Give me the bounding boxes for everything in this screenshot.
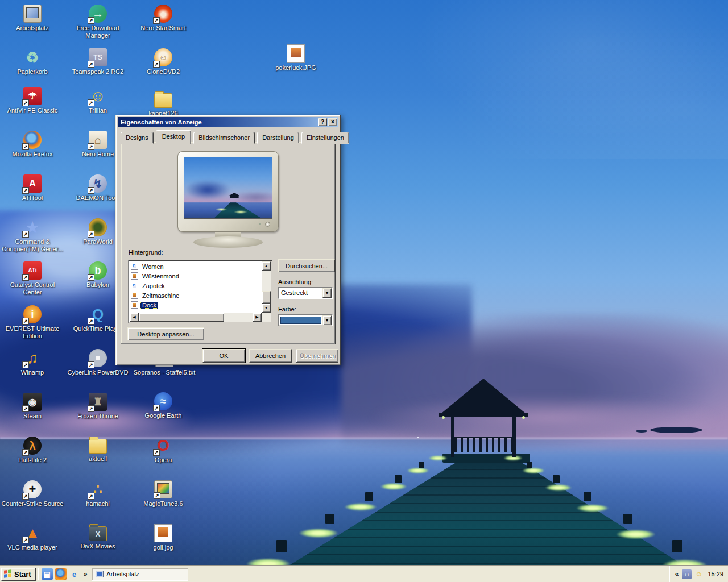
wallpaper-wuestenmond[interactable]: Wüstenmond xyxy=(130,271,262,281)
taskbutton-arbeitsplatz[interactable]: Arbeitsplatz xyxy=(92,568,188,581)
shortcut-arrow-icon xyxy=(22,274,29,281)
desktop-icon-trillian[interactable]: ☺ Trillian xyxy=(67,87,129,114)
firefox-icon[interactable] xyxy=(55,568,67,580)
desktop-tab-panel: Hintergrund: Women Wüstenmond xyxy=(121,142,336,344)
tab-designs[interactable]: Designs xyxy=(121,132,154,144)
position-combobox[interactable]: Gestreckt ▼ xyxy=(278,287,333,299)
wallpaper-listbox[interactable]: Women Wüstenmond Zapotek Zeitmas xyxy=(128,260,272,323)
shortcut-arrow-icon xyxy=(88,318,94,325)
desktop-icon-teamspeak-2-rc2[interactable]: TS Teamspeak 2 RC2 xyxy=(67,48,129,76)
browse-button[interactable]: Durchsuchen... xyxy=(278,259,335,272)
tab-einstellungen[interactable]: Einstellungen xyxy=(301,132,349,144)
desktop-icon-goil-jpg[interactable]: goil.jpg xyxy=(132,524,195,551)
app-icon: ☺ xyxy=(89,87,107,105)
tab-darstellung[interactable]: Darstellung xyxy=(257,132,299,144)
apply-button[interactable]: Übernehmen xyxy=(296,349,338,363)
wallpaper-women[interactable]: Women xyxy=(130,261,262,271)
desktop-icon-clonedvd2[interactable]: ☺ CloneDVD2 xyxy=(132,48,195,76)
internet-explorer-icon[interactable]: e xyxy=(69,568,80,580)
desktop-icon-frozen-throne[interactable]: ♜ Frozen Throne xyxy=(67,393,129,420)
chevron-down-icon[interactable]: ▼ xyxy=(322,288,332,298)
desktop-icon-google-earth[interactable]: ≈ Google Earth xyxy=(132,392,195,419)
icon-label: Catalyst Control Center xyxy=(1,281,64,296)
desktop-icon-antivir-pe-classic[interactable]: ☂ AntiVir PE Classic xyxy=(1,87,64,114)
ok-button[interactable]: OK xyxy=(202,349,245,363)
shortcut-arrow-icon xyxy=(22,99,29,106)
chevron-down-icon[interactable]: ▼ xyxy=(322,315,332,325)
scroll-down-button[interactable]: ▼ xyxy=(262,304,271,313)
app-icon: i xyxy=(23,305,42,323)
pier-lamp-glow xyxy=(500,455,526,462)
desktop-icon-papierkorb[interactable]: ♻ Papierkorb xyxy=(1,48,64,76)
desktop[interactable]: Arbeitsplatz ♻ Papierkorb ☂ AntiVir PE C… xyxy=(0,0,728,582)
desktop-icon-opera[interactable]: O Opera xyxy=(132,436,195,464)
scroll-right-button[interactable]: ▶ xyxy=(253,313,262,322)
desktop-icon-hamachi[interactable]: ∴ hamachi xyxy=(67,480,129,508)
app-icon: ⌂ xyxy=(89,131,107,149)
desktop-icon-atitool[interactable]: A ATITool xyxy=(1,174,64,202)
icon-label: Counter-Strike Source xyxy=(1,500,64,508)
desktop-icon-vlc-media-player[interactable]: ▲ VLC media player xyxy=(1,524,64,551)
desktop-icon-winamp[interactable]: ♫ Winamp xyxy=(1,349,64,376)
quicklaunch-overflow-chevron[interactable]: » xyxy=(81,570,90,578)
help-button[interactable]: ? xyxy=(318,118,327,126)
dialog-titlebar[interactable]: Eigenschaften von Anzeige ? × xyxy=(118,117,338,127)
tray-collapse-chevron[interactable]: « xyxy=(673,570,681,578)
shortcut-arrow-icon xyxy=(88,187,94,194)
color-combobox[interactable]: ▼ xyxy=(278,314,333,326)
desktop-icon-steam[interactable]: ◉ Steam xyxy=(1,393,64,420)
computer-icon xyxy=(96,571,104,577)
icon-label: VLC media player xyxy=(1,544,64,551)
icon-label: Half-Life 2 xyxy=(1,456,64,464)
customize-desktop-button[interactable]: Desktop anpassen... xyxy=(127,327,204,340)
desktop-icon-counter-strike-source[interactable]: + Counter-Strike Source xyxy=(1,480,64,508)
desktop-icon-catalyst-control-center[interactable]: ATi Catalyst Control Center xyxy=(1,261,64,296)
shortcut-arrow-icon xyxy=(22,187,29,194)
icon-label: Command & Conquer(TM) Gener... xyxy=(1,238,64,253)
start-button[interactable]: Start xyxy=(1,568,36,581)
desktop-icon-kappet126[interactable]: kappet126 xyxy=(132,91,195,117)
shortcut-arrow-icon xyxy=(153,449,160,456)
close-button[interactable]: × xyxy=(328,118,337,126)
desktop-icon-mozilla-firefox[interactable]: Mozilla Firefox xyxy=(1,131,64,158)
app-icon xyxy=(154,5,172,23)
desktop-icon-half-life-2[interactable]: λ Half-Life 2 xyxy=(1,436,64,464)
app-icon: b xyxy=(89,261,107,280)
desktop-icon-everest-ultimate-edition[interactable]: i EVEREST Ultimate Edition xyxy=(1,305,64,340)
show-desktop-icon[interactable]: ▤ xyxy=(42,568,53,580)
horizontal-scrollbar[interactable]: ◀ ▶ xyxy=(130,313,262,322)
vertical-scroll-thumb[interactable] xyxy=(262,291,271,304)
app-icon xyxy=(23,5,42,23)
desktop-icon-aktuell[interactable]: aktuell xyxy=(67,436,129,463)
pier-post xyxy=(623,514,632,524)
desktop-icon-nero-startsmart[interactable]: Nero StartSmart xyxy=(132,5,195,32)
tab-bildschirmschoner[interactable]: Bildschirmschoner xyxy=(193,132,255,144)
scroll-up-button[interactable]: ▲ xyxy=(262,261,271,271)
wallpaper-dock[interactable]: Dock xyxy=(130,300,262,310)
desktop-icon-magictune36[interactable]: MagicTune3.6 xyxy=(132,480,195,508)
app-icon: ♜ xyxy=(89,393,107,411)
icon-label: pokerluck.JPG xyxy=(264,64,327,72)
tab-desktop[interactable]: Desktop xyxy=(156,130,191,144)
position-label: Ausrichtung: xyxy=(278,278,313,285)
app-icon xyxy=(23,131,42,149)
pier-post xyxy=(527,462,532,468)
horizontal-scroll-thumb[interactable] xyxy=(139,313,224,322)
desktop-icon-free-download-manager[interactable]: → Free Download Manager xyxy=(67,5,129,39)
wallpaper-zapotek[interactable]: Zapotek xyxy=(130,281,262,290)
shortcut-arrow-icon xyxy=(22,318,29,325)
icon-label: Steam xyxy=(1,413,64,420)
cancel-button[interactable]: Abbrechen xyxy=(249,349,292,363)
wallpaper-islet xyxy=(636,430,647,433)
app-icon: Q xyxy=(89,305,107,323)
wallpaper-zeitmaschine[interactable]: Zeitmaschine xyxy=(130,290,262,300)
desktop-icon-pokerluck-jpg[interactable]: pokerluck.JPG xyxy=(264,44,327,72)
vertical-scrollbar[interactable]: ▲ ▼ xyxy=(262,261,271,322)
scroll-left-button[interactable]: ◀ xyxy=(130,313,139,322)
desktop-icon-divx-movies[interactable]: X DivX Movies xyxy=(67,524,129,550)
desktop-icon-command-conquer-generals[interactable]: ★ Command & Conquer(TM) Gener... xyxy=(1,218,64,253)
desktop-icon-arbeitsplatz[interactable]: Arbeitsplatz xyxy=(1,5,64,32)
taskbar: Start ▤ e » Arbeitsplatz « ∩ ☺ 15:29 xyxy=(0,566,728,582)
teamspeak-tray-icon[interactable]: ∩ xyxy=(682,569,692,579)
hamachi-tray-icon[interactable]: ☺ xyxy=(694,569,704,579)
